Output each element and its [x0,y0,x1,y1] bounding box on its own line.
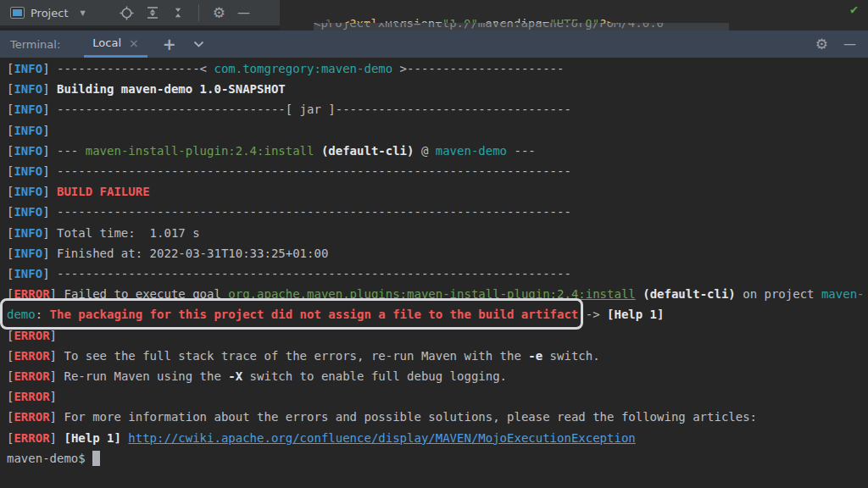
settings-gear-icon[interactable]: ⚙ [213,6,225,20]
text-segment: ] [50,349,64,363]
text-segment: ERROR [14,287,49,301]
terminal-label: Terminal: [10,38,60,51]
text-segment: ] [42,62,57,75]
text-segment: ERROR [14,369,49,383]
text-segment: maven-demo [436,144,507,158]
text-segment [92,451,100,466]
terminal-line: [INFO] Building maven-demo 1.0-SNAPSHOT [7,79,868,99]
terminal-line: maven-demo$ [7,448,868,469]
text-segment: Re-run Maven using the [64,369,228,383]
chevron-down-icon[interactable] [193,41,204,47]
terminal-line: [ERROR] To see the full stack trace of t… [7,346,868,366]
collapse-all-icon[interactable] [171,6,185,19]
text-segment: maven-demo$ [7,452,92,465]
text-segment: BUILD FAILURE [57,185,150,198]
terminal-tabbar: Terminal: Local × + ⚙ — [0,30,868,58]
text-segment: To see the full stack trace of the error… [64,349,528,363]
text-segment: ] [42,164,57,178]
minimize-icon[interactable]: — [237,7,250,19]
text-segment: ] [42,103,57,116]
project-window-icon [10,7,25,19]
text-segment: INFO [14,144,42,158]
text-segment: INFO [14,124,42,137]
text-segment: --------------------< [57,62,214,75]
text-segment: ERROR [14,349,49,363]
text-segment: ] [50,287,64,301]
text-segment: INFO [14,226,42,240]
editor-pane[interactable]: 1<?xml version="1.0" encoding="UTF-8"?> … [280,0,868,30]
text-segment: INFO [14,164,42,178]
terminal-link[interactable]: org.apache.maven.plugins:maven-install-p… [228,287,635,301]
text-segment: ] [50,390,57,403]
text-segment: INFO [14,267,42,280]
text-segment: demo [7,308,36,321]
text-segment: ] [42,82,57,96]
text-segment: ] [50,369,64,383]
text-segment: >---------------------- [392,62,564,75]
tab-local[interactable]: Local × [84,30,147,58]
text-segment: The packaging for this project did not a… [50,308,579,321]
terminal-line: [INFO] ---------------------------------… [7,161,868,181]
text-segment: maven-install-plugin:2.4:install [86,144,314,158]
text-segment: Failed to execute goal [64,287,228,301]
locate-icon[interactable] [120,6,134,20]
terminal-output[interactable]: [INFO] --------------------< com.tomgreg… [0,58,868,488]
text-segment: ] [50,329,57,342]
text-segment: ----------------------------------------… [57,205,571,219]
text-segment: --- [57,144,86,158]
terminal-line: [ERROR] For more information about the e… [7,407,868,427]
terminal-line: [INFO] Total time: 1.017 s [7,223,868,243]
text-segment: ] [42,185,57,198]
text-segment: ] [50,431,64,445]
text-segment: For more information about the errors an… [64,410,757,424]
terminal-line: [ERROR] Re-run Maven using the -X switch… [7,366,868,386]
text-segment: ERROR [14,390,49,403]
terminal-settings-gear-icon[interactable]: ⚙ [815,37,828,52]
text-segment: ] [42,205,57,219]
expand-all-icon[interactable] [146,6,159,19]
text-segment [636,287,643,301]
text-segment: ] [42,124,49,137]
project-toolwindow-title[interactable]: Project [31,7,68,19]
terminal-line: [INFO] ---------------------------------… [7,202,868,222]
text-segment: switch. [542,349,599,363]
close-tab-icon[interactable]: × [129,36,139,50]
text-segment: --------------------------------[ jar ]-… [57,103,571,116]
text-segment: [Help 1] [607,308,664,321]
terminal-line: [INFO] --------------------< com.tomgreg… [7,58,868,79]
text-segment: -> [578,308,607,321]
terminal-line: demo: The packaging for this project did… [7,304,868,324]
terminal-line: [ERROR] [7,386,868,407]
text-segment: ] [50,410,64,424]
text-segment: Building maven-demo 1.0-SNAPSHOT [57,82,286,96]
tab-local-label: Local [92,36,121,49]
text-segment: ERROR [14,410,49,424]
text-segment: maven- [821,287,865,301]
text-segment: -e [528,349,542,363]
terminal-line: [INFO] --------------------------------[… [7,99,868,119]
text-segment: --- [507,144,536,158]
terminal-line: [INFO] --- maven-install-plugin:2.4:inst… [7,141,868,161]
text-segment: ] [42,267,57,280]
dropdown-chevron-icon[interactable]: ▼ [80,9,85,17]
terminal-link[interactable]: http://cwiki.apache.org/confluence/displ… [128,431,635,445]
text-segment: ----------------------------------------… [57,267,571,280]
terminal-line: [INFO] Finished at: 2022-03-31T10:33:25+… [7,243,868,263]
inspection-status-check-icon[interactable]: ✔ [850,2,858,17]
terminal-line: [ERROR] [Help 1] http://cwiki.apache.org… [7,428,868,448]
text-segment: INFO [14,247,42,260]
text-segment: switch to enable full debug logging. [242,369,507,383]
terminal-line: [INFO] BUILD FAILURE [7,181,868,202]
text-segment: Finished at: 2022-03-31T10:33:25+01:00 [57,247,328,260]
terminal-minimize-icon[interactable]: — [843,38,856,51]
text-segment: com.tomgregory:maven-demo [214,62,392,75]
toolbar-separator [198,4,199,21]
new-terminal-tab-button[interactable]: + [163,35,176,53]
text-segment: ----------------------------------------… [57,164,571,178]
text-segment: INFO [14,82,42,96]
text-segment: @ [414,144,435,158]
text-segment: INFO [14,205,42,219]
text-segment: on project [736,287,821,301]
text-segment: INFO [14,185,42,198]
text-segment: [Help 1] [64,431,120,445]
